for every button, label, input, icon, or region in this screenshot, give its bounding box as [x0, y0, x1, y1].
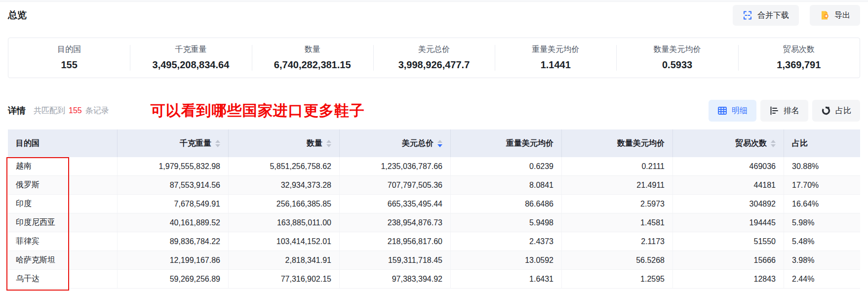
stat-label: 千克重量: [130, 44, 251, 55]
table-row[interactable]: 菲律宾89,836,784.22103,414,152.01218,956,81…: [8, 232, 860, 251]
cell-usd-total: 159,311,718.45: [340, 251, 451, 269]
column-header-destination-country: 目的国: [8, 129, 118, 157]
cell-usd-per-unit: 1.2595: [562, 270, 673, 288]
match-text: 共匹配到 155 条记录: [34, 106, 109, 116]
cell-quantity: 32,934,373.28: [229, 176, 340, 194]
cell-share: 30.88%: [784, 157, 860, 175]
sort-icon[interactable]: [326, 140, 331, 147]
cell-trade-count: 469036: [673, 157, 784, 175]
export-button[interactable]: 导出: [810, 5, 860, 26]
stat-label: 贸易次数: [738, 44, 860, 55]
stat-value: 155: [8, 59, 130, 71]
summary-stat-usd-per-kg: 重量美元均价 1.1441: [495, 38, 616, 78]
table-row[interactable]: 印度7,678,549.91256,166,385.85665,335,495.…: [8, 195, 860, 213]
cell-usd-per-unit: 1.4581: [562, 213, 673, 232]
detail-header: 详情 共匹配到 155 条记录 可以看到哪些国家进口更多鞋子 明细 排名 占比: [8, 99, 860, 123]
cell-kg-weight: 12,199,167.86: [118, 251, 229, 269]
table-row[interactable]: 俄罗斯87,553,914.5632,934,373.28707,797,505…: [8, 176, 860, 195]
cell-kg-weight: 40,161,889.52: [118, 213, 229, 232]
cell-kg-weight: 1,979,555,832.98: [118, 157, 229, 175]
cell-quantity: 256,166,385.85: [229, 195, 340, 213]
data-table: 目的国千克重量 数量 美元总价 重量美元均价数量美元均价贸易次数: [8, 129, 860, 289]
cell-trade-count: 44181: [673, 176, 784, 194]
cell-kg-weight: 87,553,914.56: [118, 176, 229, 194]
view-tab-ranking[interactable]: 排名: [760, 100, 808, 122]
cell-destination-country: 印度: [8, 195, 118, 213]
ranking-icon: [769, 106, 779, 116]
column-header-label: 数量: [307, 138, 322, 149]
cell-quantity: 5,851,256,758.62: [229, 157, 340, 175]
cell-usd-per-kg: 86.6486: [451, 195, 562, 213]
summary-stat-usd-total: 美元总价 3,998,926,477.7: [373, 38, 495, 78]
match-prefix: 共匹配到: [34, 106, 65, 116]
cell-destination-country: 菲律宾: [8, 232, 118, 251]
merge-download-button[interactable]: 合并下载: [733, 5, 799, 26]
cell-kg-weight: 89,836,784.22: [118, 232, 229, 251]
cell-usd-per-kg: 1.6431: [451, 270, 562, 288]
cell-usd-per-kg: 8.0841: [451, 176, 562, 194]
view-tab-label: 明细: [732, 106, 748, 116]
column-header-usd-total[interactable]: 美元总价: [340, 129, 451, 157]
cell-kg-weight: 7,678,549.91: [118, 195, 229, 213]
table-row[interactable]: 哈萨克斯坦12,199,167.862,818,341.91159,311,71…: [8, 251, 860, 270]
column-header-trade-count[interactable]: 贸易次数: [673, 129, 784, 157]
donut-icon: [821, 106, 831, 116]
top-divider: [0, 0, 868, 2]
cell-usd-per-unit: 56.5268: [562, 251, 673, 269]
cell-usd-per-unit: 0.2111: [562, 157, 673, 175]
cell-usd-total: 665,335,495.44: [340, 195, 451, 213]
cell-usd-per-kg: 0.6239: [451, 157, 562, 175]
cell-usd-per-unit: 2.1173: [562, 232, 673, 251]
stat-value: 3,495,208,834.64: [130, 59, 251, 71]
export-icon: [820, 10, 829, 20]
table-row[interactable]: 乌干达59,269,256.8977,316,902.1597,383,394.…: [8, 270, 860, 289]
view-tab-label: 占比: [835, 106, 851, 116]
merge-download-label: 合并下载: [757, 10, 789, 21]
cell-usd-total: 97,383,394.92: [340, 270, 451, 288]
cell-usd-per-unit: 21.4911: [562, 176, 673, 194]
column-header-quantity[interactable]: 数量: [229, 129, 340, 157]
summary-stat-usd-per-unit: 数量美元均价 0.5933: [616, 38, 738, 78]
cell-share: 16.64%: [784, 195, 860, 213]
cell-usd-total: 218,956,817.60: [340, 232, 451, 251]
stat-value: 3,998,926,477.7: [373, 59, 495, 71]
column-header-label: 数量美元均价: [617, 138, 665, 149]
stat-value: 1.1441: [495, 59, 616, 71]
column-header-usd-per-unit: 数量美元均价: [562, 129, 673, 157]
cell-trade-count: 194445: [673, 213, 784, 232]
cell-usd-per-kg: 13.0592: [451, 251, 562, 269]
table-row[interactable]: 越南1,979,555,832.985,851,256,758.621,235,…: [8, 157, 860, 176]
sort-icon[interactable]: [215, 140, 220, 147]
cell-share: 2.44%: [784, 270, 860, 288]
summary-stat-quantity: 数量 6,740,282,381.15: [252, 38, 373, 78]
column-header-label: 重量美元均价: [506, 138, 553, 149]
stat-label: 目的国: [8, 44, 130, 55]
table-body: 越南1,979,555,832.985,851,256,758.621,235,…: [8, 157, 860, 289]
cell-quantity: 77,316,902.15: [229, 270, 340, 288]
view-tabs: 明细 排名 占比: [709, 100, 860, 122]
column-header-usd-per-kg: 重量美元均价: [451, 129, 562, 157]
cell-destination-country: 俄罗斯: [8, 176, 118, 194]
table-row[interactable]: 印度尼西亚40,161,889.52163,885,011.00238,954,…: [8, 213, 860, 232]
view-tab-proportion[interactable]: 占比: [812, 100, 860, 122]
cell-trade-count: 15666: [673, 251, 784, 269]
cell-destination-country: 乌干达: [8, 270, 118, 288]
sort-icon[interactable]: [437, 140, 442, 147]
summary-stat-destination-country: 目的国 155: [8, 38, 130, 78]
column-header-kg-weight[interactable]: 千克重量: [118, 129, 229, 157]
cell-usd-total: 707,797,505.36: [340, 176, 451, 194]
cell-share: 17.70%: [784, 176, 860, 194]
cell-quantity: 2,818,341.91: [229, 251, 340, 269]
cell-share: 3.98%: [784, 251, 860, 269]
cell-destination-country: 哈萨克斯坦: [8, 251, 118, 269]
cell-usd-total: 238,954,876.73: [340, 213, 451, 232]
column-header-label: 美元总价: [402, 138, 434, 149]
cell-trade-count: 304892: [673, 195, 784, 213]
cell-share: 5.48%: [784, 232, 860, 251]
column-header-label: 千克重量: [180, 138, 211, 149]
view-tab-detail[interactable]: 明细: [709, 100, 756, 122]
cell-usd-per-kg: 2.4373: [451, 232, 562, 251]
stat-label: 数量: [252, 44, 373, 55]
column-header-label: 占比: [792, 138, 808, 149]
sort-icon[interactable]: [771, 140, 776, 147]
